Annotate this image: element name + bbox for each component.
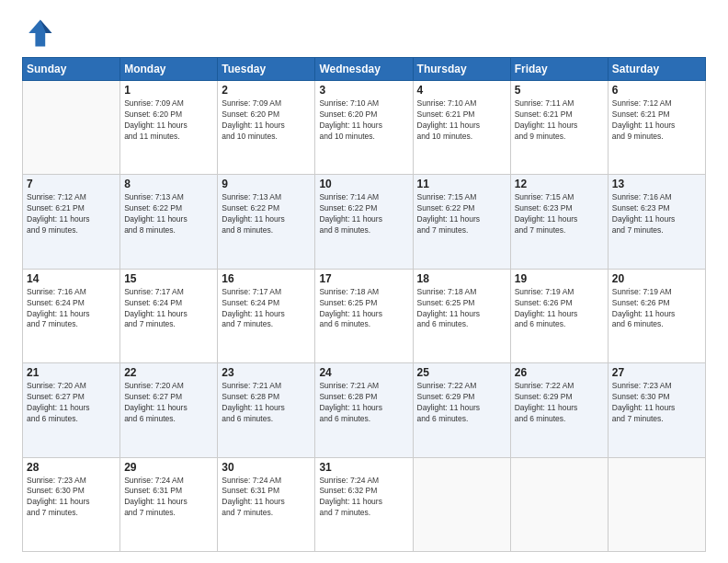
calendar-cell: 29Sunrise: 7:24 AM Sunset: 6:31 PM Dayli… (120, 457, 218, 551)
day-info: Sunrise: 7:10 AM Sunset: 6:21 PM Dayligh… (417, 98, 506, 143)
day-info: Sunrise: 7:13 AM Sunset: 6:22 PM Dayligh… (124, 192, 213, 236)
calendar-cell (608, 457, 705, 551)
day-number: 4 (417, 84, 506, 97)
calendar-header-friday: Friday (510, 58, 608, 81)
day-number: 26 (515, 366, 604, 379)
day-info: Sunrise: 7:10 AM Sunset: 6:20 PM Dayligh… (319, 98, 408, 143)
calendar-cell: 5Sunrise: 7:11 AM Sunset: 6:21 PM Daylig… (510, 81, 608, 175)
calendar-cell: 10Sunrise: 7:14 AM Sunset: 6:22 PM Dayli… (315, 175, 413, 269)
day-number: 24 (319, 366, 408, 379)
day-number: 6 (612, 84, 701, 97)
calendar-cell: 19Sunrise: 7:19 AM Sunset: 6:26 PM Dayli… (510, 269, 608, 362)
calendar-week-row: 21Sunrise: 7:20 AM Sunset: 6:27 PM Dayli… (23, 363, 706, 457)
day-info: Sunrise: 7:13 AM Sunset: 6:22 PM Dayligh… (222, 192, 311, 236)
calendar-cell: 27Sunrise: 7:23 AM Sunset: 6:30 PM Dayli… (608, 363, 705, 457)
day-number: 19 (515, 272, 604, 285)
calendar-cell: 3Sunrise: 7:10 AM Sunset: 6:20 PM Daylig… (315, 81, 413, 175)
day-number: 15 (124, 272, 213, 285)
calendar-header-sunday: Sunday (23, 58, 120, 81)
calendar-cell: 18Sunrise: 7:18 AM Sunset: 6:25 PM Dayli… (413, 269, 510, 362)
calendar-header-monday: Monday (120, 58, 218, 81)
calendar-cell: 15Sunrise: 7:17 AM Sunset: 6:24 PM Dayli… (120, 269, 218, 362)
day-number: 31 (319, 461, 408, 474)
day-info: Sunrise: 7:12 AM Sunset: 6:21 PM Dayligh… (27, 192, 116, 236)
calendar-week-row: 7Sunrise: 7:12 AM Sunset: 6:21 PM Daylig… (23, 175, 706, 269)
day-number: 13 (612, 178, 701, 190)
day-number: 11 (417, 178, 506, 190)
calendar-cell: 14Sunrise: 7:16 AM Sunset: 6:24 PM Dayli… (23, 269, 120, 362)
day-info: Sunrise: 7:12 AM Sunset: 6:21 PM Dayligh… (612, 98, 701, 143)
day-info: Sunrise: 7:21 AM Sunset: 6:28 PM Dayligh… (222, 381, 311, 425)
calendar-cell: 28Sunrise: 7:23 AM Sunset: 6:30 PM Dayli… (23, 457, 120, 551)
day-info: Sunrise: 7:19 AM Sunset: 6:26 PM Dayligh… (515, 287, 604, 331)
day-number: 1 (124, 84, 213, 97)
calendar-cell: 2Sunrise: 7:09 AM Sunset: 6:20 PM Daylig… (218, 81, 315, 175)
calendar-cell (510, 457, 608, 551)
calendar-cell (413, 457, 510, 551)
calendar-cell: 23Sunrise: 7:21 AM Sunset: 6:28 PM Dayli… (218, 363, 315, 457)
calendar-week-row: 1Sunrise: 7:09 AM Sunset: 6:20 PM Daylig… (23, 81, 706, 175)
day-info: Sunrise: 7:21 AM Sunset: 6:28 PM Dayligh… (319, 381, 408, 425)
day-number: 25 (417, 366, 506, 379)
day-number: 16 (222, 272, 311, 285)
day-info: Sunrise: 7:22 AM Sunset: 6:29 PM Dayligh… (417, 381, 506, 425)
day-info: Sunrise: 7:14 AM Sunset: 6:22 PM Dayligh… (319, 192, 408, 236)
calendar-cell: 25Sunrise: 7:22 AM Sunset: 6:29 PM Dayli… (413, 363, 510, 457)
calendar-cell: 1Sunrise: 7:09 AM Sunset: 6:20 PM Daylig… (120, 81, 218, 175)
day-info: Sunrise: 7:24 AM Sunset: 6:31 PM Dayligh… (222, 476, 311, 520)
calendar-cell: 13Sunrise: 7:16 AM Sunset: 6:23 PM Dayli… (608, 175, 705, 269)
day-info: Sunrise: 7:11 AM Sunset: 6:21 PM Dayligh… (515, 98, 604, 143)
day-info: Sunrise: 7:22 AM Sunset: 6:29 PM Dayligh… (515, 381, 604, 425)
logo (22, 17, 61, 50)
calendar-header-row: SundayMondayTuesdayWednesdayThursdayFrid… (23, 58, 706, 81)
calendar-cell: 7Sunrise: 7:12 AM Sunset: 6:21 PM Daylig… (23, 175, 120, 269)
calendar-cell (23, 81, 120, 175)
day-number: 14 (27, 272, 116, 285)
day-info: Sunrise: 7:20 AM Sunset: 6:27 PM Dayligh… (27, 381, 116, 425)
calendar-cell: 9Sunrise: 7:13 AM Sunset: 6:22 PM Daylig… (218, 175, 315, 269)
day-info: Sunrise: 7:17 AM Sunset: 6:24 PM Dayligh… (222, 287, 311, 331)
day-number: 23 (222, 366, 311, 379)
day-number: 20 (612, 272, 701, 285)
day-number: 27 (612, 366, 701, 379)
day-number: 9 (222, 178, 311, 190)
day-number: 28 (27, 461, 116, 474)
calendar-week-row: 14Sunrise: 7:16 AM Sunset: 6:24 PM Dayli… (23, 269, 706, 362)
day-info: Sunrise: 7:09 AM Sunset: 6:20 PM Dayligh… (124, 98, 213, 143)
calendar-table: SundayMondayTuesdayWednesdayThursdayFrid… (22, 57, 706, 552)
day-info: Sunrise: 7:24 AM Sunset: 6:31 PM Dayligh… (124, 476, 213, 520)
day-info: Sunrise: 7:23 AM Sunset: 6:30 PM Dayligh… (27, 476, 116, 520)
calendar-week-row: 28Sunrise: 7:23 AM Sunset: 6:30 PM Dayli… (23, 457, 706, 551)
day-info: Sunrise: 7:23 AM Sunset: 6:30 PM Dayligh… (612, 381, 701, 425)
day-info: Sunrise: 7:18 AM Sunset: 6:25 PM Dayligh… (417, 287, 506, 331)
calendar-cell: 17Sunrise: 7:18 AM Sunset: 6:25 PM Dayli… (315, 269, 413, 362)
day-info: Sunrise: 7:09 AM Sunset: 6:20 PM Dayligh… (222, 98, 311, 143)
calendar-cell: 22Sunrise: 7:20 AM Sunset: 6:27 PM Dayli… (120, 363, 218, 457)
calendar-cell: 21Sunrise: 7:20 AM Sunset: 6:27 PM Dayli… (23, 363, 120, 457)
calendar-cell: 31Sunrise: 7:24 AM Sunset: 6:32 PM Dayli… (315, 457, 413, 551)
day-number: 5 (515, 84, 604, 97)
day-number: 21 (27, 366, 116, 379)
calendar-cell: 20Sunrise: 7:19 AM Sunset: 6:26 PM Dayli… (608, 269, 705, 362)
day-number: 17 (319, 272, 408, 285)
day-info: Sunrise: 7:16 AM Sunset: 6:24 PM Dayligh… (27, 287, 116, 331)
day-number: 8 (124, 178, 213, 190)
calendar-cell: 12Sunrise: 7:15 AM Sunset: 6:23 PM Dayli… (510, 175, 608, 269)
calendar-header-saturday: Saturday (608, 58, 705, 81)
day-number: 2 (222, 84, 311, 97)
day-info: Sunrise: 7:17 AM Sunset: 6:24 PM Dayligh… (124, 287, 213, 331)
day-number: 7 (27, 178, 116, 190)
logo-icon (22, 17, 55, 50)
day-number: 10 (319, 178, 408, 190)
day-info: Sunrise: 7:15 AM Sunset: 6:22 PM Dayligh… (417, 192, 506, 236)
calendar-header-wednesday: Wednesday (315, 58, 413, 81)
day-info: Sunrise: 7:20 AM Sunset: 6:27 PM Dayligh… (124, 381, 213, 425)
calendar-cell: 30Sunrise: 7:24 AM Sunset: 6:31 PM Dayli… (218, 457, 315, 551)
day-number: 30 (222, 461, 311, 474)
calendar-cell: 16Sunrise: 7:17 AM Sunset: 6:24 PM Dayli… (218, 269, 315, 362)
calendar-cell: 24Sunrise: 7:21 AM Sunset: 6:28 PM Dayli… (315, 363, 413, 457)
day-number: 29 (124, 461, 213, 474)
day-number: 18 (417, 272, 506, 285)
calendar-header-thursday: Thursday (413, 58, 510, 81)
day-number: 12 (515, 178, 604, 190)
